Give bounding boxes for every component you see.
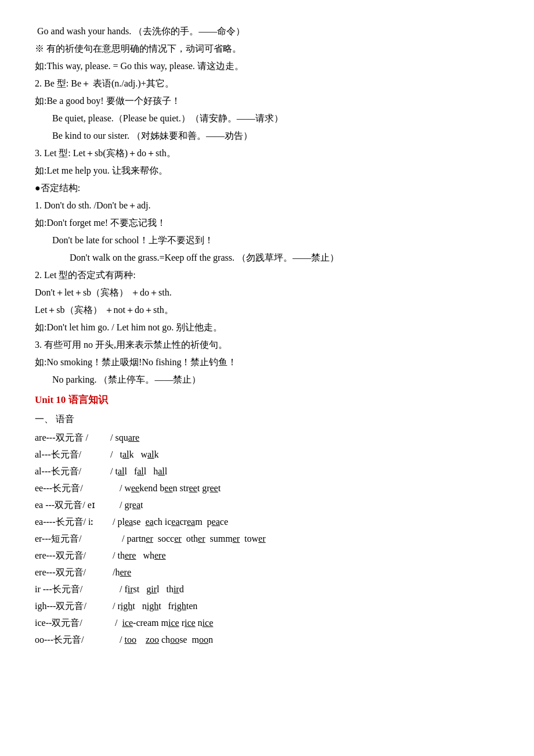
phonetic-label-al2: al---长元音/: [35, 463, 110, 480]
phonetic-label-ere2: ere---双元音/: [35, 564, 110, 581]
phonetic-label-oo: oo---长元音/: [35, 632, 110, 648]
phonetic-words-ere2: /here: [110, 564, 505, 581]
phonetic-row-igh: igh---双元音/ / right night frighten: [35, 598, 505, 614]
line-17: Let＋sb（宾格） ＋not＋do＋sth。: [35, 302, 505, 318]
phonetic-words-igh: / right night frighten: [110, 598, 505, 614]
phonetic-row-al1: al---长元音/ / talk walk: [35, 447, 505, 463]
phonetic-label-ere1: ere---双元音/: [35, 548, 110, 564]
line-5: 如:Be a good boy! 要做一个好孩子！: [35, 93, 505, 109]
unit-title: Unit 10 语言知识: [35, 391, 505, 409]
line-8: 3. Let 型: Let＋sb(宾格)＋do＋sth。: [35, 145, 505, 161]
phonetics-section-title: 一、 语音: [35, 411, 505, 427]
phonetic-words-al1: / talk walk: [110, 447, 505, 463]
phonetic-row-ice: ice--双元音/ / ice-cream mice rice nice: [35, 615, 505, 631]
phonetic-row-ere1: ere---双元音/ / there where: [35, 548, 505, 564]
line-12: 如:Don't forget me! 不要忘记我！: [35, 215, 505, 231]
phonetic-row-are: are---双元音 / / square: [35, 430, 505, 446]
phonetic-words-al2: / tall fall hall: [110, 463, 505, 480]
line-6: Be quiet, please.（Please be quiet.）（请安静。…: [35, 110, 505, 127]
main-content: Go and wash your hands. （去洗你的手。——命令） ※ 有…: [35, 23, 505, 648]
phonetic-label-ir: ir ---长元音/: [35, 581, 110, 597]
line-11: 1. Don't do sth. /Don't be＋adj.: [35, 197, 505, 214]
phonetic-row-oo: oo---长元音/ / too zoo choose moon: [35, 632, 505, 648]
line-13: Don't be late for school！上学不要迟到！: [35, 232, 505, 249]
phonetic-words-ice: / ice-cream mice rice nice: [110, 615, 505, 631]
phonetic-words-ere1: / there where: [110, 548, 505, 564]
phonetic-words-er: / partner soccer other summer tower: [110, 531, 505, 547]
line-2: ※ 有的祈使句在意思明确的情况下，动词可省略。: [35, 41, 505, 57]
line-7: Be kind to our sister. （对姊妹要和善。——劝告）: [35, 128, 505, 144]
phonetic-label-are: are---双元音 /: [35, 430, 110, 446]
line-18: 如:Don't let him go. / Let him not go. 别让…: [35, 319, 505, 336]
line-21: No parking. （禁止停车。——禁止）: [35, 372, 505, 388]
phonetic-row-ir: ir ---长元音/ / first girl third: [35, 581, 505, 597]
phonetic-label-ice: ice--双元音/: [35, 615, 110, 631]
phonetic-row-ea1: ea ---双元音/ eɪ / great: [35, 497, 505, 513]
phonetic-row-ee: ee---长元音/ / weekend been street greet: [35, 480, 505, 496]
line-3: 如:This way, please. = Go this way, pleas…: [35, 58, 505, 74]
line-16: Don't＋let＋sb（宾格） ＋do＋sth.: [35, 285, 505, 301]
phonetic-label-ea1: ea ---双元音/ eɪ: [35, 497, 110, 513]
phonetic-label-ea2: ea----长元音/ iː: [35, 514, 110, 530]
line-14: Don't walk on the grass.=Keep off the gr…: [35, 250, 505, 266]
phonetic-words-ee: / weekend been street greet: [110, 480, 505, 496]
phonetic-words-ea1: / great: [110, 497, 505, 513]
line-15: 2. Let 型的否定式有两种:: [35, 267, 505, 283]
line-9: 如:Let me help you. 让我来帮你。: [35, 163, 505, 179]
phonetic-words-ea2: / please each iceacream peace: [110, 514, 505, 530]
phonetic-row-ea2: ea----长元音/ iː / please each iceacream pe…: [35, 514, 505, 530]
phonetic-words-ir: / first girl third: [110, 581, 505, 597]
line-4: 2. Be 型: Be＋ 表语(n./adj.)+其它。: [35, 75, 505, 92]
phonetic-label-igh: igh---双元音/: [35, 598, 110, 614]
line-20: 如:No smoking！禁止吸烟!No fishing！禁止钓鱼！: [35, 354, 505, 370]
phonetic-row-er: er---短元音/ / partner soccer other summer …: [35, 531, 505, 547]
phonetic-words-oo: / too zoo choose moon: [110, 632, 505, 648]
phonetic-label-er: er---短元音/: [35, 531, 110, 547]
phonetic-words-are: / square: [110, 430, 505, 446]
line-10: ●否定结构:: [35, 180, 505, 196]
phonetic-label-al1: al---长元音/: [35, 447, 110, 463]
line-19: 3. 有些可用 no 开头,用来表示禁止性的祈使句。: [35, 337, 505, 353]
phonetic-row-ere2: ere---双元音/ /here: [35, 564, 505, 581]
phonetic-row-al2: al---长元音/ / tall fall hall: [35, 463, 505, 480]
line-1: Go and wash your hands. （去洗你的手。——命令）: [35, 23, 505, 39]
phonetic-label-ee: ee---长元音/: [35, 480, 110, 496]
